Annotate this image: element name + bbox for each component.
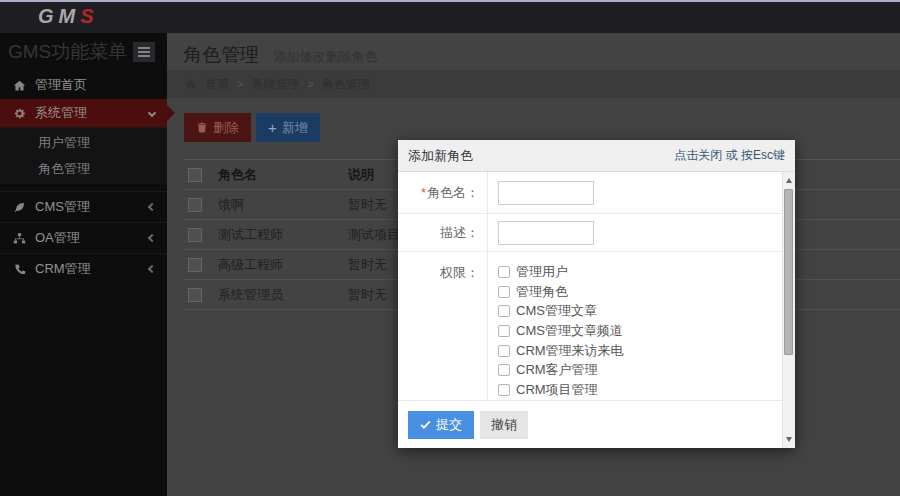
page-title: 角色管理 xyxy=(183,44,259,65)
chevron-left-icon xyxy=(148,265,156,273)
column-header-role-name: 角色名 xyxy=(218,166,348,184)
modal-body: * 角色名： 描述： 权限： xyxy=(398,172,782,400)
logo-text-gray: GM xyxy=(38,5,80,27)
sidebar-item-label: CMS管理 xyxy=(35,198,90,216)
submit-button-label: 提交 xyxy=(436,416,462,434)
role-name-cell: 系统管理员 xyxy=(218,286,348,304)
permission-option[interactable]: 管理用户 xyxy=(498,262,568,282)
check-icon xyxy=(420,419,431,430)
delete-button[interactable]: 删除 xyxy=(184,113,251,142)
role-name-label: * 角色名： xyxy=(398,172,488,213)
submit-button[interactable]: 提交 xyxy=(408,411,474,439)
page-header: 角色管理 添加修改删除角色 xyxy=(167,33,900,70)
permission-option[interactable]: CRM管理来访来电 xyxy=(498,341,624,361)
form-row-role-name: * 角色名： xyxy=(398,172,782,214)
role-name-cell: 饿啊 xyxy=(218,196,348,214)
sidebar-item-cms-mgmt[interactable]: CMS管理 xyxy=(0,191,167,222)
row-checkbox[interactable] xyxy=(188,258,202,272)
sidebar-item-system-mgmt[interactable]: 系统管理 xyxy=(0,99,167,127)
scrollbar-thumb[interactable] xyxy=(784,189,793,355)
form-row-permissions: 权限： 管理用户 管理角色 CMS管理文章 xyxy=(398,252,782,400)
breadcrumb-separator: > xyxy=(237,78,243,90)
toolbar: 删除 + 新增 xyxy=(184,113,900,142)
sidebar-header: GMS功能菜单 xyxy=(0,33,167,71)
leaf-icon xyxy=(12,201,27,214)
row-checkbox[interactable] xyxy=(188,288,202,302)
role-name-cell: 高级工程师 xyxy=(218,256,348,274)
permissions-list: 管理用户 管理角色 CMS管理文章 CMS管理文章频道 xyxy=(488,252,782,400)
phone-icon xyxy=(12,263,27,276)
sidebar-item-label: 系统管理 xyxy=(35,104,87,122)
trash-icon xyxy=(196,121,208,134)
add-role-modal: 添加新角色 点击关闭 或 按Esc键 * 角色名： 描述： xyxy=(398,140,795,448)
description-input[interactable] xyxy=(498,221,594,245)
checkbox-icon[interactable] xyxy=(498,364,510,376)
form-row-description: 描述： xyxy=(398,214,782,252)
breadcrumb-role-mgmt: 角色管理 xyxy=(322,76,370,93)
permission-option[interactable]: CRM客户管理 xyxy=(498,361,598,381)
sitemap-icon xyxy=(12,232,27,245)
sidebar: GMS功能菜单 管理首页 系统管理 用户管理 角色管理 xyxy=(0,33,167,496)
logo-text-red: S xyxy=(80,5,98,27)
cancel-button[interactable]: 撤销 xyxy=(480,411,528,439)
chevron-left-icon xyxy=(148,203,156,211)
modal-close-link[interactable]: 点击关闭 或 按Esc键 xyxy=(674,147,785,164)
delete-button-label: 删除 xyxy=(213,119,239,137)
permission-option[interactable]: 管理角色 xyxy=(498,282,568,302)
modal-footer: 提交 撤销 xyxy=(398,400,782,448)
checkbox-icon[interactable] xyxy=(498,286,510,298)
sidebar-item-admin-home[interactable]: 管理首页 xyxy=(0,71,167,99)
sidebar-item-label: 管理首页 xyxy=(35,76,87,94)
home-icon xyxy=(12,79,27,92)
breadcrumb-separator: > xyxy=(307,78,313,90)
permissions-label: 权限： xyxy=(398,252,488,400)
chevron-left-icon xyxy=(148,234,156,242)
sidebar-item-role-mgmt[interactable]: 角色管理 xyxy=(0,156,167,182)
sidebar-item-label: OA管理 xyxy=(35,229,80,247)
scroll-up-arrow-icon[interactable] xyxy=(786,178,792,183)
breadcrumb-home[interactable]: 首页 xyxy=(205,76,229,93)
sidebar-title: GMS功能菜单 xyxy=(8,39,127,65)
checkbox-icon[interactable] xyxy=(498,305,510,317)
menu-toggle-icon[interactable] xyxy=(133,42,155,62)
sidebar-item-crm-mgmt[interactable]: CRM管理 xyxy=(0,253,167,284)
breadcrumb: 首页 > 系统管理 > 角色管理 xyxy=(167,70,900,98)
sidebar-item-label: CRM管理 xyxy=(35,260,91,278)
sidebar-item-oa-mgmt[interactable]: OA管理 xyxy=(0,222,167,253)
sidebar-item-user-mgmt[interactable]: 用户管理 xyxy=(0,130,167,156)
role-name-cell: 测试工程师 xyxy=(218,226,348,244)
app-screen: GMS GMS功能菜单 管理首页 系统管理 用户管理 角色管理 xyxy=(0,0,900,496)
permission-option[interactable]: CMS管理文章 xyxy=(498,301,597,321)
row-checkbox[interactable] xyxy=(188,228,202,242)
chevron-down-icon xyxy=(148,109,156,117)
required-mark: * xyxy=(421,185,426,200)
checkbox-icon[interactable] xyxy=(498,325,510,337)
role-name-input[interactable] xyxy=(498,181,594,205)
permission-option[interactable]: CRM项目管理 xyxy=(498,380,598,400)
sidebar-groups: CMS管理 OA管理 CRM管理 xyxy=(0,191,167,284)
add-button[interactable]: + 新增 xyxy=(256,113,320,142)
gear-icon xyxy=(12,107,27,120)
add-button-label: 新增 xyxy=(282,119,308,137)
system-submenu: 用户管理 角色管理 xyxy=(0,127,167,184)
modal-header: 添加新角色 点击关闭 或 按Esc键 xyxy=(398,140,795,172)
scroll-down-arrow-icon[interactable] xyxy=(786,437,792,442)
modal-scrollbar[interactable] xyxy=(782,172,795,448)
permission-option[interactable]: CMS管理文章频道 xyxy=(498,321,623,341)
home-icon xyxy=(185,78,197,90)
gms-logo: GMS xyxy=(38,2,900,31)
checkbox-icon[interactable] xyxy=(498,266,510,278)
row-checkbox[interactable] xyxy=(188,198,202,212)
modal-title: 添加新角色 xyxy=(408,147,473,165)
select-all-checkbox[interactable] xyxy=(188,168,202,182)
breadcrumb-system-mgmt[interactable]: 系统管理 xyxy=(251,76,299,93)
top-bar: GMS xyxy=(0,0,900,33)
checkbox-icon[interactable] xyxy=(498,345,510,357)
plus-icon: + xyxy=(268,119,277,136)
description-label: 描述： xyxy=(398,214,488,251)
page-subtitle: 添加修改删除角色 xyxy=(273,49,377,64)
checkbox-icon[interactable] xyxy=(498,384,510,396)
